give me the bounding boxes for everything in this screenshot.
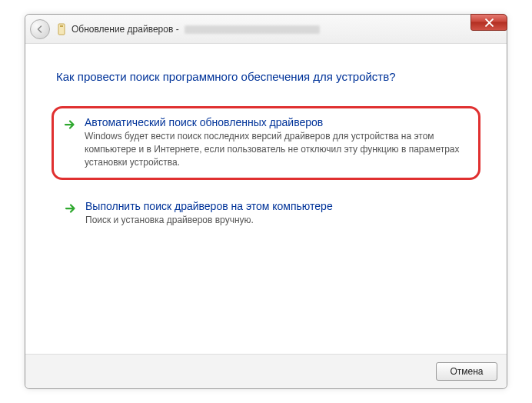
option-manual-desc: Поиск и установка драйверов вручную. [85,214,468,227]
content-area: Как провести поиск программного обеспече… [25,44,507,354]
back-arrow-icon [35,25,45,34]
option-manual-body: Выполнить поиск драйверов на этом компью… [85,200,468,227]
footer: Отмена [25,354,507,388]
close-button[interactable] [470,14,507,31]
back-button[interactable] [30,19,50,39]
device-icon [56,23,67,35]
window-title: Обновление драйверов - [71,24,320,35]
svg-rect-1 [60,25,63,27]
cancel-button[interactable]: Отмена [436,362,497,381]
page-heading: Как провести поиск программного обеспече… [56,70,476,83]
arrow-right-icon [64,202,78,215]
option-manual-search[interactable]: Выполнить поиск драйверов на этом компью… [56,194,476,233]
arrow-right-icon [63,118,77,132]
option-auto-search[interactable]: Автоматический поиск обновленных драйвер… [52,106,480,180]
option-auto-title: Автоматический поиск обновленных драйвер… [85,116,469,128]
titlebar: Обновление драйверов - [25,15,507,44]
device-name-redacted [185,25,320,34]
close-icon [485,18,494,27]
option-auto-desc: Windows будет вести поиск последних верс… [85,130,469,168]
title-prefix: Обновление драйверов - [71,24,179,35]
driver-update-wizard-window: Обновление драйверов - Как провести поис… [25,14,507,389]
option-manual-title: Выполнить поиск драйверов на этом компью… [85,200,468,212]
option-auto-body: Автоматический поиск обновленных драйвер… [85,116,469,168]
